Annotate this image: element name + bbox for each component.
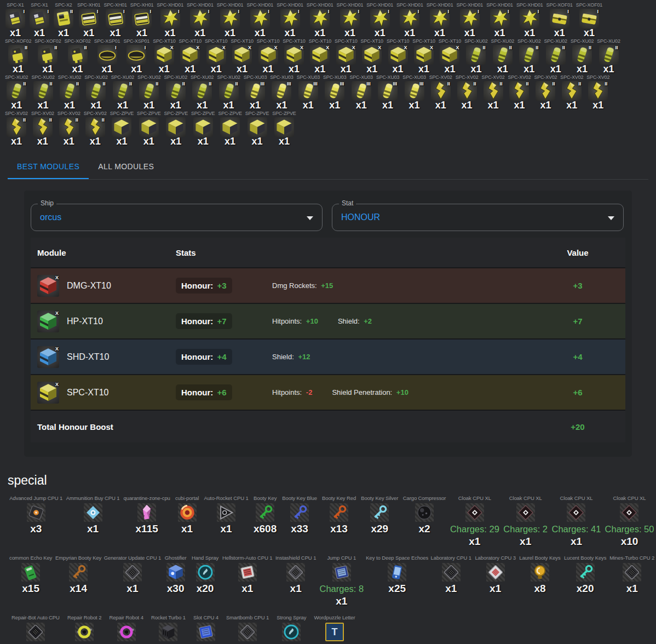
item-quantity: x1 — [444, 65, 455, 73]
item-quantity: x1 — [83, 28, 94, 37]
item-label: SPC-XU02 — [544, 38, 567, 44]
tier-badge: I — [477, 9, 479, 14]
inventory-item-spc-zpve: SPC-ZPVEx1 — [244, 110, 271, 146]
item-quantity: x1 — [110, 28, 121, 37]
inventory-item-spc-xv02: SPC-XV02IIx1 — [82, 110, 108, 146]
column-header-module: Module — [37, 248, 176, 257]
stat-select-value: HONOUR — [341, 212, 380, 222]
empyrian-booty-key-icon — [69, 563, 88, 582]
item-label: SPC-XV02 — [429, 74, 452, 81]
special-item-booty-key-blue: Booty Key Bluex33 — [280, 495, 320, 534]
item-quantity: x1 — [554, 28, 565, 37]
item-quantity: x1 — [42, 65, 53, 73]
value-cell: +4 — [537, 352, 619, 361]
item-label: common Echo Key — [9, 554, 52, 561]
stat-select[interactable]: Stat HONOUR — [332, 204, 624, 231]
item-label: SPC-XT10 — [283, 38, 305, 44]
item-label: Cargo Compressor — [403, 495, 446, 502]
inventory-item-spc-xu02: SPC-XU02IIx1 — [595, 37, 622, 73]
spc-zpve-icon — [139, 117, 159, 137]
item-label: SPC-XU02 — [111, 74, 134, 81]
item-label: SPC-XV02 — [508, 74, 531, 81]
module-row-dmg-xt10: XDMG-XT10Honour: +3Dmg Rockets: +15+3 — [31, 268, 625, 303]
shd-xt10-icon: X — [37, 346, 59, 368]
item-quantity: x1 — [165, 28, 176, 37]
item-quantity: x1 — [314, 65, 325, 73]
spc-xt10-icon: X — [180, 45, 200, 65]
item-label: SPC-XSP01 — [123, 38, 149, 44]
item-label: Cloak CPU XL — [458, 495, 491, 502]
inventory-item-spc-xu02: SPC-XU02IIx1 — [136, 73, 162, 110]
tier-badge: X — [404, 45, 407, 50]
item-label: SPC-XOF02 — [34, 38, 61, 44]
item-quantity: x1 — [434, 28, 445, 37]
spc-xt10-icon: X — [206, 45, 226, 65]
tier-badge: II — [578, 81, 581, 87]
item-label: SPC-XHD01 — [486, 2, 513, 8]
item-quantity: x1 — [143, 101, 154, 110]
honour-cell: Honour: +7 — [176, 313, 265, 329]
spc-zpve-icon — [220, 117, 240, 137]
inventory-item-spc-xof02: SPC-XOF02IIx1 — [3, 37, 33, 73]
tier-badge: II — [562, 45, 565, 50]
inventory-item-spc-xv02: SPC-XV02IIx1 — [559, 73, 585, 110]
inventory-item-spc-xu02: SPC-XU02IIx1 — [3, 73, 30, 110]
booty-key-blue-icon — [290, 503, 309, 522]
tier-badge: I — [418, 9, 419, 14]
inventory-item-spc-xv02: SPC-XV02IIx1 — [480, 73, 507, 110]
item-label: SPC-XHD01 — [337, 2, 364, 8]
item-quantity: x1 — [64, 101, 75, 110]
spc-xhd01-icon: I — [520, 9, 539, 28]
item-quantity: x1 — [223, 101, 234, 110]
item-quantity: x1 — [550, 65, 561, 73]
item-quantity: x1 — [255, 28, 266, 37]
item-quantity: x1 — [241, 583, 253, 594]
tier-badge: II — [235, 81, 238, 87]
tier-badge: I — [268, 9, 269, 14]
inventory-item-spc-xhd01: SPC-XHD01Ix1 — [485, 1, 515, 37]
tier-badge: II — [54, 45, 57, 50]
item-quantity: x1 — [375, 28, 385, 37]
spc-xu02-icon: II — [493, 45, 513, 65]
item-quantity: x1 — [64, 137, 74, 146]
inventory-item-spc-xhd01: SPC-XHD01Ix1 — [454, 1, 485, 37]
item-quantity: x20 — [577, 583, 594, 594]
spc-xu02-icon: II — [33, 81, 53, 101]
special-heading: special — [8, 473, 656, 488]
item-label: SPC-ZPVE — [137, 110, 160, 117]
item-quantity: x1 — [136, 28, 147, 37]
inventory-item-spc-xt10: SPC-XT10Xx1 — [151, 37, 177, 73]
inventory-item-spc-zpve: SPC-ZPVEx1 — [108, 110, 135, 146]
item-label: Booty Key Blue — [282, 495, 317, 502]
special-item-cubi-portal: cubi-portalx1 — [172, 495, 202, 534]
inventory-item-spc-xu02: SPC-XU02IIx1 — [189, 73, 215, 110]
item-charges: Charges: 41 — [552, 524, 601, 534]
item-label: Hellstorm-Auto CPU 1 — [222, 554, 272, 561]
tab-best-modules[interactable]: BEST MODULES — [8, 156, 89, 179]
spc-xt10-icon: X — [414, 45, 434, 65]
item-label: Hand Spray — [192, 554, 218, 561]
spc-xt10-icon: X — [310, 45, 330, 65]
item-label: SPC-XU02 — [517, 38, 540, 44]
tier-badge: I — [23, 9, 25, 14]
tier-badge: III — [313, 81, 318, 87]
spc-xhd01-icon: I — [250, 9, 270, 28]
jump-cpu-1-icon — [332, 563, 351, 582]
item-label: SPC-XHD01 — [307, 2, 333, 8]
item-label: Slot CPU 4 — [193, 614, 218, 621]
spc-zpve-icon — [274, 117, 294, 137]
item-quantity: x1 — [11, 137, 22, 146]
item-label: SPC-XV02 — [57, 110, 80, 117]
special-item-cloak-cpu-xl: Cloak CPU XLCharges: 2x1 — [501, 495, 550, 547]
tab-all-modules[interactable]: ALL MODULES — [89, 156, 163, 179]
item-quantity: x29 — [371, 524, 388, 534]
tier-badge: I — [178, 9, 180, 14]
spc-zpve-icon — [248, 117, 267, 137]
ship-select[interactable]: Ship orcus — [31, 204, 323, 231]
spc-xof01-icon: I — [579, 9, 599, 28]
stat-details: Dmg Rockets: +15 — [265, 281, 537, 290]
item-quantity: x1 — [131, 65, 142, 73]
inventory-item-spc-xu03: SPC-XU03IIIx1 — [321, 73, 348, 110]
inventory-item-spc-xof01: SPC-XOF01Ix1 — [574, 1, 604, 37]
item-quantity: x1 — [603, 65, 614, 73]
